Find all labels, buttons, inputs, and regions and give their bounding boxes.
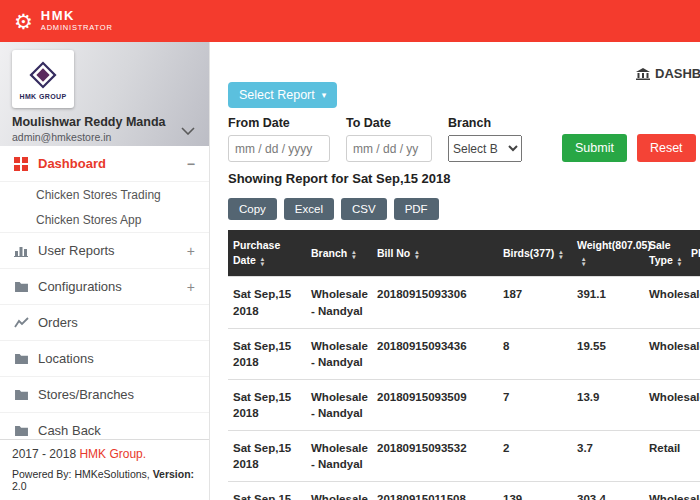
breadcrumb: DASHBOARD [636, 66, 700, 81]
column-header[interactable]: Branch▴▾ [306, 230, 372, 277]
table-cell: 7 [498, 379, 572, 430]
app-brand: ⚙ HMK ADMINISTRATOR [14, 9, 113, 33]
from-date-input[interactable] [228, 135, 330, 162]
table-cell: 2 [498, 431, 572, 482]
submit-button[interactable]: Submit [562, 134, 627, 162]
table-cell: 303.4 [572, 482, 644, 500]
powered-by-line: Powered By: HMKeSolutions, Version: 2.0 [12, 468, 197, 492]
sidebar-item-orders[interactable]: Orders [0, 305, 209, 341]
expand-plus: + [187, 279, 195, 295]
sidebar-item-label: Orders [38, 315, 195, 330]
table-row: Sat Sep,15 2018Wholesale - Nandyal201809… [228, 328, 700, 379]
sort-icon[interactable]: ▴▾ [352, 249, 355, 259]
pdf-button[interactable]: PDF [394, 198, 439, 220]
report-table-container: Purchase Date▴▾Branch▴▾Bill No▴▾Birds(37… [228, 230, 700, 500]
sidebar-item-user-reports[interactable]: User Reports + [0, 233, 209, 269]
table-cell: 20180915093509 [372, 379, 498, 430]
column-header[interactable]: Bill No▴▾ [372, 230, 498, 277]
copyright-line: 2017 - 2018 HMK Group. [12, 447, 197, 461]
sort-icon[interactable]: ▴▾ [415, 249, 418, 259]
sort-icon[interactable]: ▴▾ [582, 256, 585, 266]
table-cell: Wholesale [644, 482, 686, 500]
branch-select[interactable]: Select B [448, 135, 522, 162]
table-cell: Sat Sep,15 2018 [228, 277, 306, 328]
sidebar-item-chicken-stores-trading[interactable]: Chicken Stores Trading [0, 182, 209, 207]
export-toolbar: Copy Excel CSV PDF [228, 198, 700, 220]
table-row: Sat Sep,15 2018Wholesale - Nandyal201809… [228, 431, 700, 482]
table-cell: 20180915093532 [372, 431, 498, 482]
excel-button[interactable]: Excel [284, 198, 334, 220]
brand-subtitle: ADMINISTRATOR [41, 24, 113, 33]
table-cell: 8 [498, 328, 572, 379]
from-date-label: From Date [228, 116, 330, 130]
table-cell: Sat Sep,15 2018 [228, 328, 306, 379]
select-report-dropdown[interactable]: Select Report ▾ [228, 82, 337, 108]
sidebar-item-configurations[interactable]: Configurations + [0, 269, 209, 305]
dashboard-grid-icon [14, 157, 38, 171]
copyright-brand: HMK Group. [79, 447, 146, 461]
sidebar-item-label: Dashboard [38, 156, 187, 171]
table-cell: Wholesale - Nandyal [306, 277, 372, 328]
folder-icon [14, 425, 38, 437]
folder-icon [14, 389, 38, 401]
table-cell: 139 [498, 482, 572, 500]
column-header[interactable]: Sale Type▴▾ [644, 230, 686, 277]
copy-button[interactable]: Copy [228, 198, 277, 220]
user-name: Moulishwar Reddy Manda [12, 115, 197, 129]
table-cell [686, 277, 700, 328]
table-cell: 19.55 [572, 328, 644, 379]
sidebar-item-label: Cash Back [38, 423, 195, 438]
reset-button[interactable]: Reset [637, 134, 696, 162]
report-table-body: Sat Sep,15 2018Wholesale - Nandyal201809… [228, 277, 700, 500]
table-cell: Sat Sep,15 2018 [228, 379, 306, 430]
expand-plus: + [187, 243, 195, 259]
table-cell: 13.9 [572, 379, 644, 430]
table-cell [686, 328, 700, 379]
sidebar-footer: 2017 - 2018 HMK Group. Powered By: HMKeS… [0, 439, 209, 500]
column-header[interactable]: Birds(377)▴▾ [498, 230, 572, 277]
chevron-down-icon[interactable] [181, 121, 195, 139]
sidebar-item-label: Stores/Branches [38, 387, 195, 402]
sort-icon[interactable]: ▴▾ [559, 249, 562, 259]
table-cell: Sat Sep,15 2018 [228, 431, 306, 482]
report-table: Purchase Date▴▾Branch▴▾Bill No▴▾Birds(37… [228, 230, 700, 500]
sidebar: HMK GROUP Moulishwar Reddy Manda admin@h… [0, 42, 210, 500]
to-date-input[interactable] [346, 135, 432, 162]
table-cell: 391.1 [572, 277, 644, 328]
sidebar-item-label: Locations [38, 351, 195, 366]
branch-label: Branch [448, 116, 522, 130]
table-cell: Wholesale [644, 379, 686, 430]
trend-line-icon [14, 317, 38, 329]
sidebar-item-stores-branches[interactable]: Stores/Branches [0, 377, 209, 413]
sidebar-item-dashboard[interactable]: Dashboard − [0, 146, 209, 182]
column-header[interactable]: Weight(807.05)▴▾ [572, 230, 644, 277]
sidebar-item-locations[interactable]: Locations [0, 341, 209, 377]
table-cell [686, 379, 700, 430]
folder-icon [14, 281, 38, 293]
table-cell: Wholesale - Nandyal [306, 431, 372, 482]
powered-by-text: Powered By: HMKeSolutions, [12, 468, 153, 480]
column-header[interactable]: Ph [686, 230, 700, 277]
sidebar-item-chicken-stores-app[interactable]: Chicken Stores App [0, 207, 209, 232]
table-cell: Sat Sep,15 2018 [228, 482, 306, 500]
table-cell: Wholesale [644, 328, 686, 379]
version-label: Version: [153, 468, 194, 480]
table-header-row: Purchase Date▴▾Branch▴▾Bill No▴▾Birds(37… [228, 230, 700, 277]
main-content: DASHBOARD Select Report ▾ From Date To D… [210, 42, 700, 500]
column-header[interactable]: Purchase Date▴▾ [228, 230, 306, 277]
top-header-bar: ⚙ HMK ADMINISTRATOR [0, 0, 700, 42]
brand-title: HMK [41, 9, 113, 24]
bar-chart-icon [14, 244, 38, 257]
dashboard-building-icon [636, 68, 650, 80]
table-cell: Wholesale - Nandyal [306, 482, 372, 500]
table-cell: 187 [498, 277, 572, 328]
select-report-label: Select Report [239, 88, 315, 102]
table-row: Sat Sep,15 2018Wholesale - Nandyal201809… [228, 277, 700, 328]
table-row: Sat Sep,15 2018Wholesale - Nandyal201809… [228, 379, 700, 430]
csv-button[interactable]: CSV [341, 198, 387, 220]
sort-icon[interactable]: ▴▾ [678, 256, 681, 266]
sort-icon[interactable]: ▴▾ [261, 256, 264, 266]
user-email: admin@hmkestore.in [12, 131, 197, 143]
company-logo: HMK GROUP [12, 50, 74, 108]
caret-down-icon: ▾ [322, 91, 327, 100]
